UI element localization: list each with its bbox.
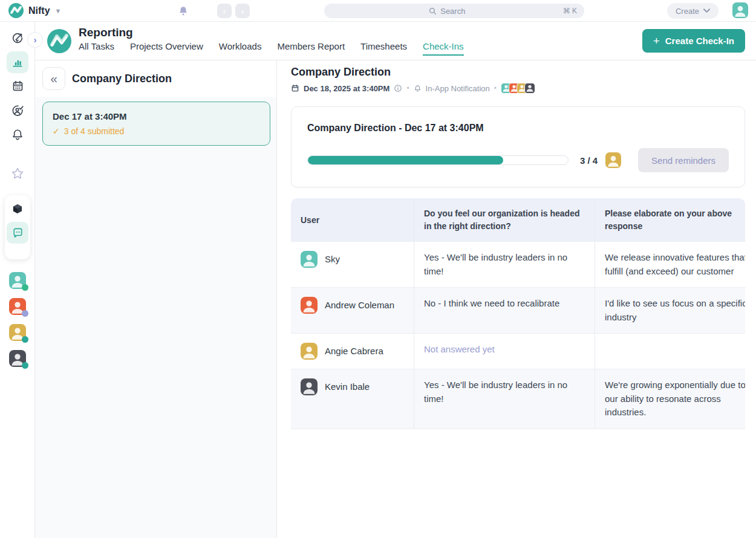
tab-projects-overview[interactable]: Projects Overview [130, 41, 203, 56]
create-menu-label: Create [676, 7, 699, 16]
table-row: Kevin IbaleYes - We'll be industry leade… [291, 369, 745, 429]
forward-button[interactable]: › [235, 4, 250, 18]
brand-name: Nifty [28, 5, 50, 16]
send-reminders-button[interactable]: Send reminders [638, 148, 729, 172]
checkin-list-item[interactable]: Dec 17 at 3:40PM ✓ 3 of 4 submitted [42, 102, 270, 146]
separator-dot: • [406, 84, 409, 92]
separator-dot: • [494, 84, 497, 92]
page-header: › Reporting All TasksProjects OverviewWo… [35, 22, 756, 60]
favorites-star-icon[interactable] [7, 163, 28, 184]
search-icon [429, 7, 437, 15]
chat-icon[interactable] [7, 222, 28, 244]
page-title: Reporting [79, 26, 464, 39]
report-tabs: All TasksProjects OverviewWorkloadsMembe… [79, 41, 464, 56]
create-check-in-button[interactable]: + Create Check-In [642, 29, 745, 53]
reports-icon[interactable] [7, 51, 28, 73]
sidebar-user-avatar[interactable] [9, 298, 26, 315]
table-body: SkyYes - We'll be industry leaders in no… [291, 242, 745, 429]
sidebar-user-avatar[interactable] [9, 350, 26, 367]
back-button[interactable]: ‹ [217, 4, 232, 18]
user-name: Kevin Ibale [325, 380, 370, 394]
avatar [301, 343, 318, 360]
nifty-brand-menu[interactable]: Nifty ▼ [8, 3, 61, 18]
avatar [301, 297, 318, 314]
info-icon[interactable] [394, 84, 402, 92]
create-check-in-label: Create Check-In [665, 36, 734, 46]
checkin-list-title: Company Direction [72, 73, 172, 85]
avatar [605, 152, 621, 168]
tab-members-report[interactable]: Members Report [277, 41, 345, 56]
submission-progress-bar [307, 155, 569, 165]
tab-all-tasks[interactable]: All Tasks [79, 41, 114, 56]
checkin-item-date: Dec 17 at 3:40PM [53, 111, 260, 122]
checkin-meta: Dec 18, 2025 at 3:40PM • In-App Notifica… [291, 83, 745, 94]
progress-count: 3 / 4 [580, 155, 598, 166]
notification-type: In-App Notification [426, 84, 490, 93]
search-shortcut: ⌘ K [563, 7, 577, 15]
collapse-panel-button[interactable]: « [42, 67, 65, 90]
my-work-icon[interactable] [7, 100, 28, 122]
user-cell: Andrew Coleman [291, 288, 414, 333]
history-nav: ‹ › [217, 4, 250, 18]
bell-icon [414, 85, 422, 92]
sidebar-user-avatar[interactable] [9, 272, 26, 289]
elaboration-cell: I'd like to see us focus on a specificin… [595, 288, 745, 333]
participant-avatars[interactable] [501, 83, 535, 94]
checkin-title: Company Direction [291, 66, 745, 79]
pending-user-avatar[interactable] [605, 152, 621, 168]
discover-icon[interactable] [7, 27, 28, 49]
answer-placeholder: Not answered yet [414, 334, 595, 369]
workspace-logo-icon[interactable] [47, 29, 71, 53]
table-row: SkyYes - We'll be industry leaders in no… [291, 242, 745, 288]
topbar: Nifty ▼ ‹ › Search ⌘ K Create [0, 0, 756, 22]
chevron-down-icon [703, 8, 710, 13]
presence-dot [22, 362, 28, 369]
current-user-avatar[interactable] [732, 2, 748, 18]
column-header-user: User [291, 198, 414, 242]
checkin-list-header: « Company Direction [35, 60, 276, 97]
summary-title: Company Direction - Dec 17 at 3:40PM [307, 123, 729, 134]
search-input[interactable]: Search ⌘ K [324, 4, 584, 18]
elaboration-cell: We release innovative features thatfulfi… [595, 242, 745, 287]
sidebar-expand-button[interactable]: › [27, 32, 43, 48]
team-avatars [9, 272, 26, 367]
column-header-question1: Do you feel our organization is headed i… [414, 198, 595, 242]
answers-table: User Do you feel our organization is hea… [291, 198, 745, 429]
user-cell: Angie Cabrera [291, 334, 414, 369]
notifications-bell-icon[interactable] [178, 5, 189, 16]
calendar-icon [291, 84, 299, 92]
modules-cube-icon[interactable] [7, 198, 28, 220]
sidebar-user-avatar[interactable] [9, 324, 26, 341]
user-cell: Kevin Ibale [291, 369, 414, 429]
checkin-summary-card: Company Direction - Dec 17 at 3:40PM 3 /… [291, 106, 745, 187]
user-name: Andrew Coleman [325, 299, 394, 313]
search-placeholder: Search [440, 7, 465, 16]
table-header-row: User Do you feel our organization is hea… [291, 198, 745, 242]
presence-dot [22, 284, 28, 291]
tab-workloads[interactable]: Workloads [219, 41, 262, 56]
check-icon: ✓ [53, 126, 60, 136]
presence-dot [22, 310, 28, 317]
answer-cell: Yes - We'll be industry leaders in no ti… [414, 369, 595, 429]
tab-timesheets[interactable]: Timesheets [360, 41, 407, 56]
table-row: Andrew ColemanNo - I think we need to re… [291, 288, 745, 334]
answer-cell: Yes - We'll be industry leaders in no ti… [414, 242, 595, 287]
answer-cell: No - I think we need to recalibrate [414, 288, 595, 333]
avatar [301, 378, 318, 395]
checkin-status-text: 3 of 4 submitted [64, 126, 125, 136]
tab-check-ins[interactable]: Check-Ins [423, 41, 464, 56]
progress-fill [308, 156, 503, 164]
chevron-down-icon: ▼ [55, 7, 62, 15]
nifty-logo-icon [8, 3, 24, 18]
checkin-schedule: Dec 18, 2025 at 3:40PM [304, 84, 389, 93]
table-row: Angie CabreraNot answered yet [291, 334, 745, 369]
icon-rail [0, 22, 35, 538]
column-header-question2: Please elaborate on your above response [595, 198, 745, 242]
create-menu-button[interactable]: Create [667, 3, 719, 19]
calendar-icon[interactable] [7, 75, 28, 97]
elaboration-cell: We're growing exponentially due toour ab… [595, 369, 745, 429]
avatar [524, 83, 535, 94]
bell-icon[interactable] [7, 124, 28, 146]
user-name: Sky [325, 253, 340, 267]
presence-dot [22, 336, 28, 343]
